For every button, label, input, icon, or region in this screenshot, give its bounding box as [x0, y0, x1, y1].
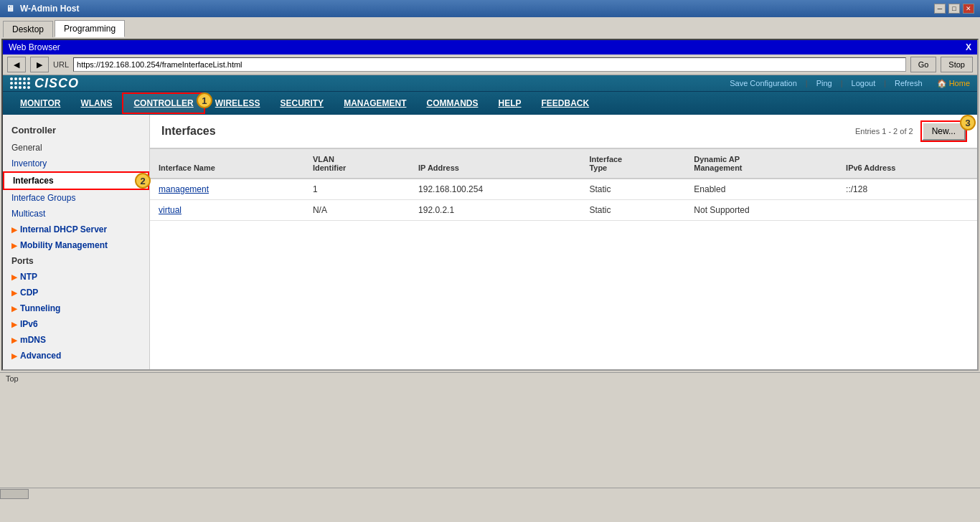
cell-ipv6: ::/128: [837, 179, 977, 200]
menu-feedback[interactable]: FEEDBACK: [531, 94, 599, 113]
table-row: virtualN/A192.0.2.1StaticNot Supported: [150, 200, 977, 221]
sidebar-item-inventory[interactable]: Inventory: [3, 156, 149, 171]
menu-help[interactable]: HELP: [488, 94, 531, 113]
interface-name-link[interactable]: virtual: [159, 205, 182, 215]
status-bar: Top: [0, 372, 980, 384]
cell-name: virtual: [150, 200, 304, 221]
sidebar-item-ports[interactable]: Ports: [3, 253, 149, 269]
new-button-wrap: New... 3: [922, 122, 966, 141]
cell-vlan: 1: [304, 179, 410, 200]
menu-controller[interactable]: CONTROLLER: [122, 92, 204, 114]
annotation-badge-1: 1: [197, 92, 212, 108]
cisco-menu-bar: MONITOR WLANs CONTROLLER 1 WIRELESS SECU…: [3, 92, 977, 115]
menu-wireless[interactable]: WIRELESS: [205, 94, 270, 113]
annotation-badge-3: 3: [960, 115, 976, 130]
annotation-badge-2: 2: [135, 173, 151, 189]
sidebar-item-ntp[interactable]: ▶ NTP: [3, 269, 149, 285]
arrow-icon-cdp: ▶: [11, 289, 17, 297]
cisco-top-links: Save Configuration | Ping | Logout | Ref…: [730, 79, 970, 88]
close-button[interactable]: ✕: [963, 4, 974, 14]
menu-security[interactable]: SECURITY: [270, 94, 334, 113]
status-text: Top: [6, 374, 19, 383]
sidebar-item-multicast[interactable]: Multicast: [3, 206, 149, 222]
table-row: management1192.168.100.254StaticEnabled:…: [150, 179, 977, 200]
menu-commands[interactable]: COMMANDS: [416, 94, 488, 113]
arrow-icon-dhcp: ▶: [11, 226, 17, 234]
col-header-type: InterfaceType: [580, 149, 685, 179]
window-title: W-Admin Host: [20, 4, 79, 14]
window-icon: 🖥: [6, 4, 14, 14]
sidebar-item-cdp[interactable]: ▶ CDP: [3, 285, 149, 300]
home-icon: 🏠: [937, 79, 947, 87]
cell-ip: 192.168.100.254: [410, 179, 580, 200]
window-controls[interactable]: ─ □ ✕: [934, 4, 974, 14]
cisco-logo: CISCO: [34, 77, 79, 90]
entries-text: Entries 1 - 2 of 2: [855, 127, 913, 136]
tab-bar: Desktop Programming: [0, 17, 980, 37]
browser-close-button[interactable]: X: [966, 42, 971, 52]
content-header-right: Entries 1 - 2 of 2 New... 3: [855, 122, 966, 141]
go-button[interactable]: Go: [910, 57, 937, 72]
arrow-icon-tunneling: ▶: [11, 305, 17, 313]
refresh-link[interactable]: Refresh: [895, 79, 923, 87]
url-label: URL: [53, 60, 69, 69]
col-header-vlan: VLANIdentifier: [304, 149, 410, 179]
sidebar-item-ipv6[interactable]: ▶ IPv6: [3, 316, 149, 332]
url-field[interactable]: [73, 57, 906, 72]
col-header-name: Interface Name: [150, 149, 304, 179]
arrow-icon-ntp: ▶: [11, 273, 17, 281]
col-header-ipv6: IPv6 Address: [837, 149, 977, 179]
col-header-dynamic-ap: Dynamic APManagement: [685, 149, 837, 179]
ping-link[interactable]: Ping: [816, 79, 832, 87]
content-header: Interfaces Entries 1 - 2 of 2 New... 3: [150, 115, 977, 148]
home-link[interactable]: Home: [949, 79, 970, 87]
interfaces-table: Interface Name VLANIdentifier IP Address…: [150, 148, 977, 221]
sidebar: Controller General Inventory Interfaces …: [3, 115, 150, 369]
cisco-nav: CISCO Save Configuration | Ping | Logout…: [3, 75, 977, 115]
sidebar-item-mdns[interactable]: ▶ mDNS: [3, 332, 149, 348]
col-header-ip: IP Address: [410, 149, 580, 179]
cell-vlan: N/A: [304, 200, 410, 221]
sidebar-item-advanced[interactable]: ▶ Advanced: [3, 348, 149, 364]
menu-monitor[interactable]: MONITOR: [10, 94, 70, 113]
logout-link[interactable]: Logout: [852, 79, 876, 87]
minimize-button[interactable]: ─: [934, 4, 946, 14]
content-panel: Interfaces Entries 1 - 2 of 2 New... 3 I…: [150, 115, 977, 369]
interface-name-link[interactable]: management: [159, 184, 209, 194]
browser-container: Web Browser X ◀ ▶ URL Go Stop: [1, 39, 979, 371]
browser-title-text: Web Browser: [9, 42, 60, 52]
content-title: Interfaces: [161, 125, 216, 138]
browser-toolbar: ◀ ▶ URL Go Stop: [3, 54, 977, 75]
menu-wlans[interactable]: WLANs: [70, 94, 122, 113]
back-button[interactable]: ◀: [7, 57, 26, 72]
save-config-link[interactable]: Save Configuration: [730, 79, 797, 87]
cell-dynamic-ap: Enabled: [685, 179, 837, 200]
browser-title-bar: Web Browser X: [3, 40, 977, 54]
sidebar-item-mobility[interactable]: ▶ Mobility Management: [3, 237, 149, 253]
forward-button[interactable]: ▶: [30, 57, 49, 72]
new-button[interactable]: New...: [922, 122, 966, 141]
sidebar-item-interface-groups[interactable]: Interface Groups: [3, 190, 149, 206]
window-title-bar: 🖥 W-Admin Host ─ □ ✕: [0, 0, 980, 17]
tab-desktop[interactable]: Desktop: [3, 21, 53, 37]
sidebar-item-general[interactable]: General: [3, 140, 149, 156]
arrow-icon-ipv6: ▶: [11, 321, 17, 328]
cell-type: Static: [580, 200, 685, 221]
stop-button[interactable]: Stop: [941, 57, 973, 72]
cell-ip: 192.0.2.1: [410, 200, 580, 221]
cisco-main-wrapper: Controller General Inventory Interfaces …: [3, 115, 977, 369]
maximize-button[interactable]: □: [948, 4, 960, 14]
tab-programming[interactable]: Programming: [55, 20, 125, 37]
cisco-content-wrapper: CISCO Save Configuration | Ping | Logout…: [3, 75, 977, 369]
arrow-icon-mobility: ▶: [11, 242, 17, 250]
sidebar-title: Controller: [3, 120, 149, 140]
arrow-icon-mdns: ▶: [11, 336, 17, 344]
sidebar-item-tunneling[interactable]: ▶ Tunneling: [3, 300, 149, 316]
sidebar-item-interfaces[interactable]: Interfaces: [3, 171, 149, 190]
cell-name: management: [150, 179, 304, 200]
cisco-logo-area: CISCO: [10, 77, 79, 90]
sidebar-item-dhcp[interactable]: ▶ Internal DHCP Server: [3, 222, 149, 237]
cisco-top-bar: CISCO Save Configuration | Ping | Logout…: [3, 75, 977, 92]
cell-ipv6: [837, 200, 977, 221]
menu-management[interactable]: MANAGEMENT: [334, 94, 416, 113]
